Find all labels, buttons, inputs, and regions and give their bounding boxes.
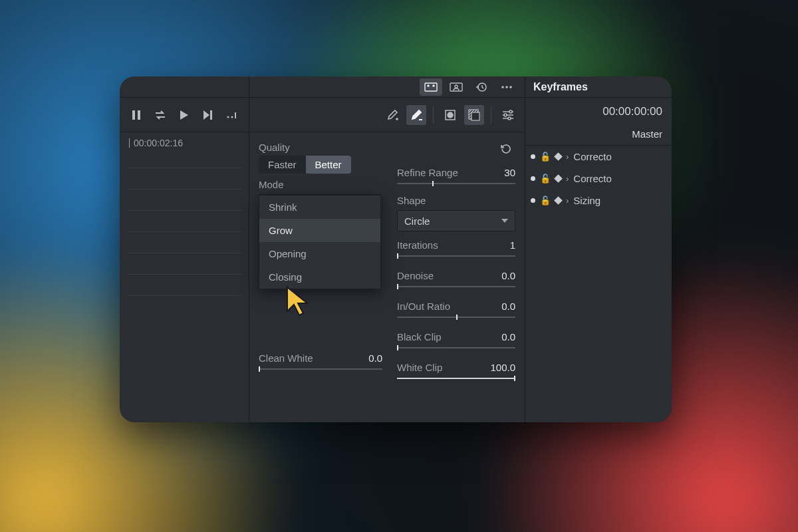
qualifier-column: Quality Faster Better Mode Shrink Clean … [249, 76, 525, 422]
svg-point-6 [231, 116, 233, 118]
timeline-timecode[interactable]: 00:00:02:16 [120, 132, 249, 154]
black-clip-value[interactable]: 0.0 [501, 331, 515, 342]
track-row[interactable] [128, 156, 241, 168]
tabrow-left-spacer [120, 76, 249, 98]
svg-point-14 [501, 86, 504, 88]
enable-dot-icon[interactable] [531, 198, 535, 203]
clean-white-slider[interactable] [259, 368, 382, 370]
keyframe-row[interactable]: 🔓 › Correcto [525, 168, 672, 190]
track-row[interactable] [128, 263, 241, 275]
expand-chevron-icon[interactable]: › [566, 152, 569, 162]
track-row[interactable] [128, 199, 241, 211]
enable-dot-icon[interactable] [531, 154, 535, 159]
svg-rect-20 [471, 112, 479, 120]
iterations-slider[interactable] [397, 255, 515, 257]
keyframes-title: Keyframes [525, 76, 672, 98]
svg-rect-1 [138, 110, 140, 120]
quality-faster-button[interactable]: Faster [259, 156, 306, 174]
toolbar-divider [491, 106, 491, 124]
mode-dropdown-menu: Shrink Grow Opening Closing [259, 195, 381, 289]
mask-invert-icon[interactable] [464, 105, 484, 125]
denoise-value[interactable]: 0.0 [501, 270, 515, 281]
keyframe-diamond-icon[interactable] [554, 174, 563, 183]
transport-toolbar [120, 98, 249, 132]
inout-ratio-value[interactable]: 0.0 [501, 301, 515, 312]
black-clip-slider[interactable] [397, 347, 515, 348]
track-row[interactable] [128, 220, 241, 232]
keyframes-master-label[interactable]: Master [525, 126, 672, 146]
svg-point-18 [448, 112, 453, 118]
qualifier-toolbar [249, 98, 525, 132]
svg-point-23 [508, 117, 511, 120]
lock-icon[interactable]: 🔓 [540, 174, 551, 184]
keyframe-diamond-icon[interactable] [554, 152, 563, 161]
inout-ratio-label: In/Out Ratio [397, 301, 450, 312]
color-panel: 00:00:02:16 [120, 76, 672, 422]
white-clip-label: White Clip [397, 362, 442, 373]
shape-dropdown[interactable]: Circle [397, 210, 515, 231]
svg-marker-2 [180, 110, 188, 120]
history-tab-icon[interactable] [470, 78, 493, 96]
settings-sliders-icon[interactable] [498, 105, 518, 125]
white-clip-value[interactable]: 100.0 [490, 362, 515, 373]
refine-range-label: Refine Range [397, 167, 458, 178]
refine-range-value[interactable]: 30 [504, 167, 515, 178]
keyframe-diamond-icon[interactable] [554, 196, 563, 205]
track-row[interactable] [128, 284, 241, 296]
svg-point-16 [509, 86, 512, 88]
expand-chevron-icon[interactable]: › [566, 196, 569, 205]
mode-option-opening[interactable]: Opening [259, 242, 380, 265]
svg-point-5 [227, 116, 229, 118]
track-row[interactable] [128, 241, 241, 253]
picker-minus-icon[interactable] [406, 105, 426, 125]
svg-point-10 [433, 85, 434, 86]
loop-button[interactable] [150, 105, 170, 125]
mode-option-closing[interactable]: Closing [259, 265, 380, 289]
enable-dot-icon[interactable] [531, 176, 535, 181]
inout-ratio-slider[interactable] [397, 317, 515, 318]
svg-rect-0 [132, 110, 135, 120]
svg-point-15 [505, 86, 508, 88]
pause-button[interactable] [126, 105, 146, 125]
shape-label: Shape [397, 195, 515, 206]
quality-label: Quality [259, 142, 290, 153]
mode-option-grow[interactable]: Grow [259, 219, 380, 242]
play-button[interactable] [174, 105, 194, 125]
keyframe-row[interactable]: 🔓 › Sizing [525, 190, 672, 211]
keyframe-row-label: Correcto [573, 173, 612, 184]
viewer-mode-tabs [249, 76, 525, 98]
playback-speed-button[interactable] [222, 105, 242, 125]
keyframe-row[interactable]: 🔓 › Correcto [525, 146, 672, 168]
keyframes-timecode[interactable]: 00:00:00:00 [525, 98, 672, 126]
iterations-value[interactable]: 1 [510, 239, 515, 251]
shape-selected-value: Circle [404, 215, 430, 227]
denoise-label: Denoise [397, 270, 434, 281]
keyframe-row-label: Sizing [573, 195, 600, 206]
white-clip-slider[interactable] [397, 378, 515, 379]
reset-icon[interactable] [495, 139, 515, 159]
clean-white-label: Clean White [259, 352, 313, 364]
quality-better-button[interactable]: Better [306, 156, 351, 174]
mask-view-icon[interactable] [440, 105, 460, 125]
mode-option-shrink[interactable]: Shrink [259, 196, 380, 219]
lock-icon[interactable]: 🔓 [540, 152, 551, 162]
keyframe-row-label: Correcto [573, 151, 612, 162]
picker-add-icon[interactable] [382, 105, 402, 125]
refine-range-slider[interactable] [397, 183, 515, 184]
more-menu-icon[interactable] [495, 78, 518, 96]
svg-point-12 [455, 85, 458, 88]
lock-icon[interactable]: 🔓 [540, 196, 551, 205]
tracks-area [120, 154, 249, 305]
black-clip-label: Black Clip [397, 331, 442, 342]
svg-rect-7 [235, 112, 236, 118]
denoise-slider[interactable] [397, 286, 515, 287]
svg-point-22 [504, 114, 507, 116]
quality-toggle: Faster Better [259, 156, 351, 174]
fx-tab-icon[interactable] [420, 78, 442, 96]
clean-white-value[interactable]: 0.0 [368, 352, 382, 364]
next-frame-button[interactable] [198, 105, 218, 125]
svg-point-21 [509, 110, 512, 113]
track-row[interactable] [128, 178, 241, 190]
expand-chevron-icon[interactable]: › [566, 174, 569, 184]
person-mask-tab-icon[interactable] [445, 78, 467, 96]
